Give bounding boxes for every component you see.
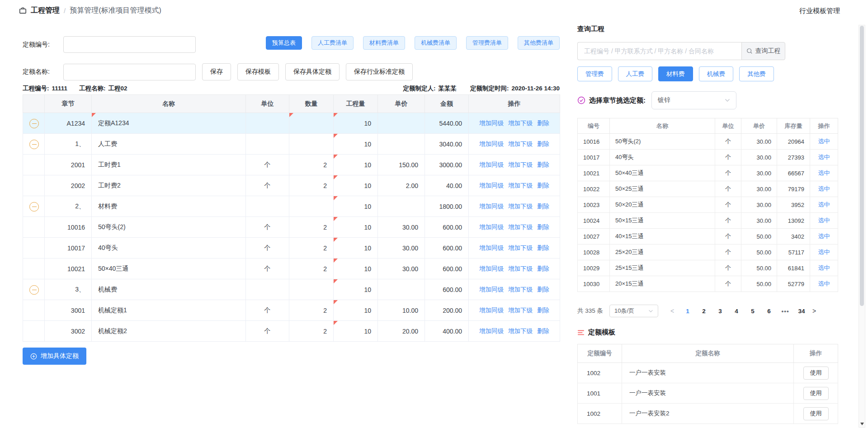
page-size-select[interactable]: 10条/页 <box>609 305 658 317</box>
action-add-sibling-link[interactable]: 增加同级 <box>479 265 504 272</box>
action-delete-link[interactable]: 删除 <box>537 286 549 293</box>
next-page-button[interactable]: > <box>810 307 818 315</box>
action-add-child-link[interactable]: 增加下级 <box>508 224 533 230</box>
tab-fee-list[interactable]: 人工费清单 <box>311 36 354 50</box>
tab-fee-list[interactable]: 预算总表 <box>266 36 302 50</box>
breadcrumb-root[interactable]: 工程管理 <box>31 6 60 15</box>
action-add-child-link[interactable]: 增加下级 <box>508 328 533 334</box>
collapse-row-icon[interactable] <box>29 140 39 149</box>
add-specific-quota-button[interactable]: 增加具体定额 <box>23 348 86 365</box>
budget-cell-price: 30.00 <box>378 217 425 238</box>
save-industry-standard-button[interactable]: 保存行业标准定额 <box>346 63 413 80</box>
select-material-link[interactable]: 选中 <box>818 154 830 160</box>
action-add-sibling-link[interactable]: 增加同级 <box>479 120 504 127</box>
action-delete-link[interactable]: 删除 <box>537 328 549 334</box>
action-delete-link[interactable]: 删除 <box>537 161 549 168</box>
fee-filter-chip[interactable]: 机械费 <box>699 66 734 81</box>
fee-filter-chip[interactable]: 管理费 <box>577 66 612 81</box>
action-delete-link[interactable]: 删除 <box>537 203 549 210</box>
quota-name-input[interactable] <box>63 64 196 80</box>
page-number[interactable]: 2 <box>699 308 709 315</box>
page-number[interactable]: 1 <box>683 308 693 315</box>
action-delete-link[interactable]: 删除 <box>537 265 549 272</box>
page-number[interactable]: 6 <box>764 308 774 315</box>
tab-fee-list[interactable]: 其他费清单 <box>518 36 560 50</box>
select-material-link[interactable]: 选中 <box>818 138 830 145</box>
action-add-child-link[interactable]: 增加下级 <box>508 120 533 127</box>
fee-filter-chip[interactable]: 人工费 <box>618 66 653 81</box>
select-material-link[interactable]: 选中 <box>818 264 830 271</box>
action-add-sibling-link[interactable]: 增加同级 <box>479 245 504 251</box>
use-template-button[interactable]: 使用 <box>803 367 829 380</box>
scrollbar-thumb[interactable] <box>860 26 864 306</box>
material-cell-name: 50×15三通 <box>610 213 715 229</box>
quota-time: 定额制定时间:2020-11-26 14:30 <box>470 85 560 93</box>
action-add-child-link[interactable]: 增加下级 <box>508 141 533 147</box>
chapter-select-value: 镀锌 <box>658 96 670 104</box>
action-add-child-link[interactable]: 增加下级 <box>508 265 533 272</box>
action-add-sibling-link[interactable]: 增加同级 <box>479 328 504 334</box>
action-add-child-link[interactable]: 增加下级 <box>508 307 533 314</box>
page-number[interactable]: 3 <box>715 308 725 315</box>
material-cell-code: 10030 <box>578 276 610 292</box>
material-cell-unit: 个 <box>715 245 741 260</box>
action-add-sibling-link[interactable]: 增加同级 <box>479 307 504 314</box>
action-add-sibling-link[interactable]: 增加同级 <box>479 141 504 147</box>
fee-filter-chip[interactable]: 其他费 <box>739 66 774 81</box>
industry-template-link[interactable]: 行业模板管理 <box>799 7 840 15</box>
material-cell-action: 选中 <box>810 245 838 260</box>
action-delete-link[interactable]: 删除 <box>537 307 549 314</box>
fee-filter-chip[interactable]: 材料费 <box>658 66 693 81</box>
action-delete-link[interactable]: 删除 <box>537 245 549 251</box>
action-add-child-link[interactable]: 增加下级 <box>508 245 533 251</box>
action-delete-link[interactable]: 删除 <box>537 141 549 147</box>
scroll-down-arrow-icon[interactable] <box>860 423 864 425</box>
tab-fee-list[interactable]: 机械费清单 <box>415 36 457 50</box>
action-delete-link[interactable]: 删除 <box>537 224 549 230</box>
select-material-link[interactable]: 选中 <box>818 185 830 192</box>
material-cell-action: 选中 <box>810 197 838 213</box>
action-delete-link[interactable]: 删除 <box>537 182 549 189</box>
template-cell-action: 使用 <box>794 363 838 383</box>
quota-code-input[interactable] <box>63 36 196 53</box>
action-add-sibling-link[interactable]: 增加同级 <box>479 286 504 293</box>
save-template-button[interactable]: 保存模板 <box>237 63 279 80</box>
prev-page-button[interactable]: < <box>668 307 676 315</box>
tab-fee-list[interactable]: 管理费清单 <box>466 36 508 50</box>
query-project-button[interactable]: 查询工程 <box>741 42 785 60</box>
tab-fee-list[interactable]: 材料费清单 <box>363 36 405 50</box>
select-material-link[interactable]: 选中 <box>818 233 830 240</box>
action-add-sibling-link[interactable]: 增加同级 <box>479 161 504 168</box>
select-material-link[interactable]: 选中 <box>818 201 830 208</box>
action-delete-link[interactable]: 删除 <box>537 120 549 127</box>
material-cell-action: 选中 <box>810 213 838 229</box>
budget-row: 3002机械定额2个21020.00400.00增加同级增加下级删除 <box>23 321 560 342</box>
breadcrumb-current: 预算管理(标准项目管理模式) <box>70 6 161 15</box>
page-number[interactable]: 5 <box>748 308 758 315</box>
page-number[interactable]: 34 <box>797 308 807 315</box>
use-template-button[interactable]: 使用 <box>803 387 829 400</box>
select-material-link[interactable]: 选中 <box>818 169 830 176</box>
save-button[interactable]: 保存 <box>202 63 231 80</box>
save-specific-quota-button[interactable]: 保存具体定额 <box>285 63 340 80</box>
select-material-link[interactable]: 选中 <box>818 217 830 224</box>
chapter-select[interactable]: 镀锌 <box>651 91 736 109</box>
action-add-sibling-link[interactable]: 增加同级 <box>479 203 504 210</box>
project-search-input[interactable] <box>577 42 741 60</box>
select-material-link[interactable]: 选中 <box>818 249 830 255</box>
scrollbar[interactable] <box>859 25 865 428</box>
action-add-child-link[interactable]: 增加下级 <box>508 203 533 210</box>
collapse-row-icon[interactable] <box>29 285 39 295</box>
collapse-row-icon[interactable] <box>29 202 39 212</box>
select-material-link[interactable]: 选中 <box>818 280 830 287</box>
action-add-sibling-link[interactable]: 增加同级 <box>479 224 504 230</box>
collapse-row-icon[interactable] <box>29 119 39 128</box>
action-add-child-link[interactable]: 增加下级 <box>508 182 533 189</box>
budget-cell-actions: 增加同级增加下级删除 <box>469 134 560 155</box>
action-add-child-link[interactable]: 增加下级 <box>508 161 533 168</box>
page-number[interactable]: 4 <box>731 308 741 315</box>
action-add-child-link[interactable]: 增加下级 <box>508 286 533 293</box>
use-template-button[interactable]: 使用 <box>803 407 829 420</box>
budget-column-header: 章节 <box>45 95 92 113</box>
action-add-sibling-link[interactable]: 增加同级 <box>479 182 504 189</box>
